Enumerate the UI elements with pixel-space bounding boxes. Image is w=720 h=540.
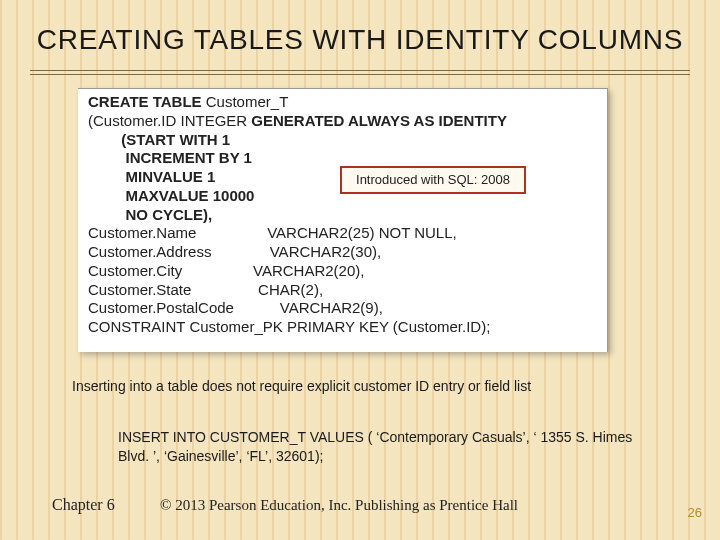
code-line: Customer.State CHAR(2), bbox=[88, 281, 597, 300]
code-line: Customer.Name VARCHAR2(25) NOT NULL, bbox=[88, 224, 597, 243]
callout-box: Introduced with SQL: 2008 bbox=[340, 166, 526, 194]
code-line: Customer.PostalCode VARCHAR2(9), bbox=[88, 299, 597, 318]
copyright-text: © 2013 Pearson Education, Inc. Publishin… bbox=[160, 497, 518, 514]
slide: CREATING TABLES WITH IDENTITY COLUMNS CR… bbox=[0, 0, 720, 540]
code-text: Customer_T bbox=[202, 93, 289, 110]
chapter-label: Chapter 6 bbox=[52, 496, 115, 514]
page-number: 26 bbox=[688, 505, 702, 520]
code-line: CONSTRAINT Customer_PK PRIMARY KEY (Cust… bbox=[88, 318, 597, 337]
code-line: NO CYCLE), bbox=[88, 206, 597, 225]
code-text: (Customer.ID INTEGER bbox=[88, 112, 251, 129]
code-line: CREATE TABLE Customer_T bbox=[88, 93, 597, 112]
keyword: CREATE TABLE bbox=[88, 93, 202, 110]
title-rule bbox=[30, 70, 690, 76]
code-line: (START WITH 1 bbox=[88, 131, 597, 150]
code-line: (Customer.ID INTEGER GENERATED ALWAYS AS… bbox=[88, 112, 597, 131]
code-line: Customer.City VARCHAR2(20), bbox=[88, 262, 597, 281]
insert-statement: INSERT INTO CUSTOMER_T VALUES ( ‘Contemp… bbox=[118, 428, 636, 466]
keyword: GENERATED ALWAYS AS IDENTITY bbox=[251, 112, 507, 129]
explanation-text: Inserting into a table does not require … bbox=[72, 378, 656, 396]
slide-title: CREATING TABLES WITH IDENTITY COLUMNS bbox=[0, 24, 720, 56]
code-line: Customer.Address VARCHAR2(30), bbox=[88, 243, 597, 262]
sql-code-figure: CREATE TABLE Customer_T (Customer.ID INT… bbox=[78, 88, 608, 352]
